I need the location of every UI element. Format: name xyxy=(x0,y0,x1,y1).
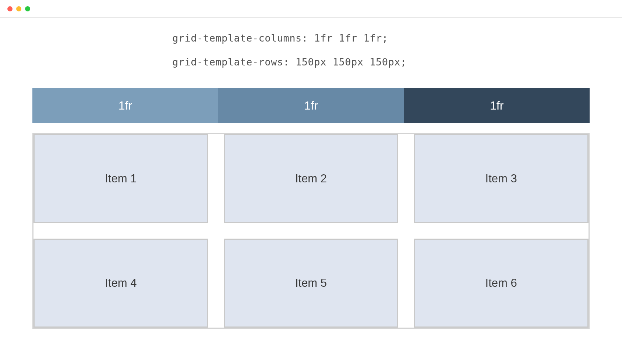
grid-item-6: Item 6 xyxy=(414,239,589,328)
code-line-columns: grid-template-columns: 1fr 1fr 1fr; xyxy=(172,32,590,44)
content-area: grid-template-columns: 1fr 1fr 1fr; grid… xyxy=(0,18,622,351)
grid-item-3: Item 3 xyxy=(414,134,589,223)
window-titlebar xyxy=(0,0,622,18)
grid-demo: Item 1 Item 2 Item 3 Item 4 Item 5 Item … xyxy=(32,133,590,329)
grid-item-1: Item 1 xyxy=(33,134,208,223)
minimize-window-button[interactable] xyxy=(16,6,21,11)
grid-item-2: Item 2 xyxy=(224,134,399,223)
close-window-button[interactable] xyxy=(7,6,13,11)
grid-item-5: Item 5 xyxy=(224,239,399,328)
code-line-rows: grid-template-rows: 150px 150px 150px; xyxy=(172,56,590,68)
column-header-row: 1fr 1fr 1fr xyxy=(32,88,590,123)
column-header-2: 1fr xyxy=(218,88,404,123)
code-snippet: grid-template-columns: 1fr 1fr 1fr; grid… xyxy=(172,32,590,68)
column-header-3: 1fr xyxy=(404,88,590,123)
maximize-window-button[interactable] xyxy=(25,6,30,11)
grid-item-4: Item 4 xyxy=(33,239,208,328)
column-header-1: 1fr xyxy=(32,88,218,123)
window-controls xyxy=(7,6,30,11)
